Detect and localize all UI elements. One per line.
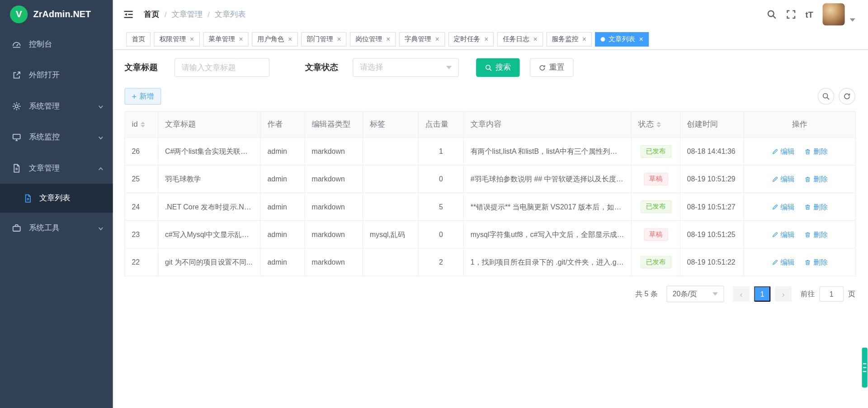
- tab-label: 服务监控: [552, 34, 579, 44]
- avatar[interactable]: [823, 3, 845, 25]
- edit-button[interactable]: 编辑: [772, 257, 795, 267]
- reset-button[interactable]: 重置: [530, 58, 574, 77]
- refresh-button[interactable]: [839, 88, 855, 105]
- sidebar-collapse-icon[interactable]: [123, 9, 134, 20]
- table-row: 22 git 为不同的项目设置不同... admin markdown 2 1，…: [125, 248, 855, 276]
- table-row: 23 c#写入Mysql中文显示乱码 ... admin markdown my…: [125, 221, 855, 248]
- sidebar-item-article-list[interactable]: 文章列表: [0, 184, 113, 213]
- page-size-select[interactable]: 20条/页: [666, 286, 724, 303]
- edit-link-label: 编辑: [780, 147, 795, 157]
- breadcrumb-separator: /: [165, 10, 167, 19]
- tab-close-icon[interactable]: ×: [484, 35, 488, 43]
- tab[interactable]: 字典管理 ×: [399, 32, 445, 46]
- status-badge: 已发布: [640, 200, 671, 213]
- user-menu-caret-icon[interactable]: [850, 18, 855, 21]
- trash-icon: [805, 231, 811, 238]
- tab[interactable]: 文章列表 ×: [595, 32, 649, 46]
- sidebar-item-label: 系统管理: [29, 101, 60, 111]
- cell-title: 羽毛球教学: [158, 166, 261, 193]
- sidebar-item-label: 文章管理: [29, 163, 60, 173]
- breadcrumb-home[interactable]: 首页: [144, 9, 159, 19]
- font-size-icon[interactable]: tT: [805, 9, 813, 19]
- tab[interactable]: 首页: [126, 32, 151, 46]
- cell-author: admin: [260, 248, 305, 276]
- edit-button[interactable]: 编辑: [772, 202, 795, 212]
- tab-label: 字典管理: [405, 34, 431, 44]
- sidebar-item-label: 系统工具: [29, 223, 60, 233]
- sort-icon: [656, 120, 661, 130]
- cell-id: 23: [125, 221, 158, 248]
- tab-label: 用户角色: [258, 34, 284, 44]
- tab-close-icon[interactable]: ×: [533, 35, 537, 43]
- select-placeholder: 请选择: [360, 62, 383, 72]
- toggle-search-button[interactable]: [818, 88, 835, 105]
- edit-link-label: 编辑: [780, 202, 795, 212]
- tab-close-icon[interactable]: ×: [582, 35, 586, 43]
- delete-button[interactable]: 删除: [805, 257, 828, 267]
- floating-widget[interactable]: [862, 348, 868, 388]
- cell-editor: markdown: [305, 248, 363, 276]
- article-title-input[interactable]: [175, 58, 270, 77]
- add-button[interactable]: + 新增: [125, 88, 161, 105]
- edit-button[interactable]: 编辑: [772, 174, 795, 184]
- tab[interactable]: 任务日志 ×: [497, 32, 543, 46]
- app-logo[interactable]: V ZrAdmin.NET: [0, 0, 113, 29]
- edit-button[interactable]: 编辑: [772, 147, 795, 157]
- sidebar-item-system-tools[interactable]: 系统工具: [0, 213, 113, 244]
- delete-link-label: 删除: [813, 230, 828, 240]
- delete-button[interactable]: 删除: [805, 230, 828, 240]
- cell-editor: markdown: [305, 221, 363, 248]
- delete-button[interactable]: 删除: [805, 147, 828, 157]
- tab-close-icon[interactable]: ×: [239, 35, 243, 43]
- column-header-status[interactable]: 状态: [632, 112, 680, 138]
- sidebar-item-system-monitor[interactable]: 系统监控: [0, 122, 113, 153]
- tab[interactable]: 岗位管理 ×: [350, 32, 396, 46]
- header-search-icon[interactable]: [767, 9, 777, 19]
- tab[interactable]: 用户角色 ×: [252, 32, 297, 46]
- pencil-icon: [772, 204, 778, 210]
- cell-operations: 编辑 删除: [744, 166, 855, 193]
- table-row: 24 .NET Core 发布时提示.NET... admin markdown…: [125, 193, 855, 221]
- edit-button[interactable]: 编辑: [772, 230, 795, 240]
- cell-author: admin: [260, 138, 305, 166]
- tab-label: 岗位管理: [356, 34, 382, 44]
- pencil-icon: [772, 259, 778, 266]
- logo-icon: V: [10, 5, 28, 23]
- sidebar-item-article-admin[interactable]: 文章管理: [0, 153, 113, 184]
- sidebar-item-dashboard[interactable]: 控制台: [0, 29, 113, 60]
- tab-close-icon[interactable]: ×: [639, 35, 643, 43]
- prev-page-button[interactable]: ‹: [733, 286, 750, 302]
- add-button-label: 新增: [139, 91, 154, 101]
- page-number-button[interactable]: 1: [754, 286, 771, 302]
- search-button[interactable]: 搜索: [476, 58, 520, 77]
- sidebar-item-external[interactable]: 外部打开: [0, 60, 113, 91]
- plus-icon: +: [132, 92, 137, 100]
- tabs-bar: 首页 权限管理 × 菜单管理 × 用户角色 × 部门管理 × 岗位管理 × 字典…: [113, 29, 868, 50]
- tab[interactable]: 菜单管理 ×: [203, 32, 249, 46]
- cell-status: 已发布: [632, 193, 680, 221]
- goto-page-input[interactable]: [819, 286, 844, 302]
- column-header-id[interactable]: id: [125, 112, 158, 138]
- sidebar-item-system-admin[interactable]: 系统管理: [0, 91, 113, 122]
- article-status-select[interactable]: 请选择: [353, 58, 459, 77]
- delete-button[interactable]: 删除: [805, 174, 828, 184]
- fullscreen-icon[interactable]: [786, 9, 796, 19]
- toolbox-icon: [12, 223, 22, 233]
- pencil-icon: [772, 176, 778, 183]
- tab-close-icon[interactable]: ×: [386, 35, 390, 43]
- tab-close-icon[interactable]: ×: [337, 35, 341, 43]
- pencil-icon: [772, 231, 778, 238]
- breadcrumb-section[interactable]: 文章管理: [171, 9, 203, 19]
- tab-close-icon[interactable]: ×: [190, 35, 194, 43]
- tab-close-icon[interactable]: ×: [288, 35, 292, 43]
- tab-close-icon[interactable]: ×: [435, 35, 439, 43]
- next-page-button[interactable]: ›: [775, 286, 792, 302]
- tab[interactable]: 服务监控 ×: [546, 32, 592, 46]
- tab[interactable]: 部门管理 ×: [301, 32, 347, 46]
- document-icon: [12, 163, 22, 173]
- tab[interactable]: 定时任务 ×: [448, 32, 494, 46]
- cell-created: 08-18 14:41:36: [680, 138, 744, 166]
- cell-editor: markdown: [305, 193, 363, 221]
- tab[interactable]: 权限管理 ×: [154, 32, 199, 46]
- delete-button[interactable]: 删除: [805, 202, 828, 212]
